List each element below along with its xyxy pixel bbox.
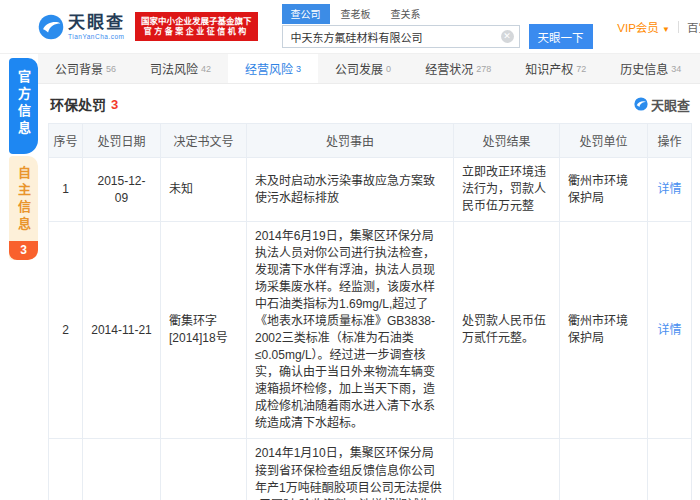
cell-result: 立即改正环境违法行为，罚款人民币伍万元整: [454, 158, 560, 222]
tab-company-development[interactable]: 公司发展0: [318, 54, 408, 83]
col-header-result: 处罚结果: [454, 124, 560, 158]
table-row: 3 2014-05-15 衢集环罚字[2014]2号 2014年1月10日，集聚…: [49, 439, 692, 500]
logo-domain: TianYanCha.com: [68, 33, 125, 40]
search-input[interactable]: [282, 25, 520, 48]
tab-operating-status[interactable]: 经营状况278: [408, 54, 508, 83]
search-input-wrap: ✕: [282, 25, 520, 48]
detail-link[interactable]: 详情: [657, 182, 681, 196]
chevron-down-icon: ▼: [662, 25, 670, 34]
watermark-text: 天眼查: [651, 95, 690, 114]
tab-judicial-risk[interactable]: 司法风险42: [133, 54, 228, 83]
cell-doc-no: 未知: [161, 158, 247, 222]
penalty-table: 序号 处罚日期 决定书文号 处罚事由 处罚结果 处罚单位 操作 1 2015-1…: [48, 123, 692, 500]
cell-unit: 衢州市环境保护局: [560, 439, 648, 500]
search-button[interactable]: 天眼一下: [529, 24, 593, 49]
search-row: ✕ 天眼一下: [282, 24, 593, 49]
gov-badge-line1: 国家中小企业发展子基金旗下: [141, 16, 252, 27]
cell-doc-no: 衢集环字[2014]18号: [161, 222, 247, 439]
section-header: 环保处罚 3 天眼查: [48, 84, 692, 123]
tab-history-info[interactable]: 历史信息34: [603, 54, 698, 83]
search-tab-boss[interactable]: 查老板: [332, 4, 380, 24]
tianyancha-logo-icon: [38, 14, 64, 40]
sidebar-tab-self-info[interactable]: 自主信息 3: [9, 156, 38, 260]
self-info-count-badge: 3: [9, 241, 38, 260]
tab-company-background[interactable]: 公司背景56: [38, 54, 133, 83]
cell-reason: 2014年6月19日，集聚区环保分局执法人员对你公司进行执法检查，发现清下水伴有…: [247, 222, 454, 439]
cell-reason: 2014年1月10日，集聚区环保分局接到省环保检查组反馈信息你公司年产1万吨硅酮…: [247, 439, 454, 500]
side-tabs: 官方信息 自主信息 3: [9, 58, 38, 260]
tianyancha-logo[interactable]: 天眼查 TianYanCha.com: [38, 14, 125, 40]
col-header-index: 序号: [49, 124, 83, 158]
cell-index: 3: [49, 439, 83, 500]
col-header-doc-no: 决定书文号: [161, 124, 247, 158]
search-area: 查公司 查老板 查关系 ✕ 天眼一下: [282, 4, 593, 49]
gov-badge-line2: 官方备案企业征信机构: [141, 27, 252, 38]
section-count-badge: 3: [111, 97, 118, 112]
tianyancha-watermark-icon: [634, 97, 648, 111]
page: 天眼查 TianYanCha.com 国家中小企业发展子基金旗下 官方备案企业征…: [0, 0, 700, 500]
treasure-box-link[interactable]: 百宝: [687, 19, 700, 35]
logo-name: 天眼查: [68, 14, 125, 31]
cell-date: 2015-12-09: [83, 158, 161, 222]
vip-member-link[interactable]: VIP会员 ▼: [617, 19, 670, 35]
col-header-action: 操作: [648, 124, 692, 158]
cell-unit: 衢州市环境保护局: [560, 158, 648, 222]
cell-result: 罚款人民币伍万元整: [454, 439, 560, 500]
main-content: 环保处罚 3 天眼查 序号 处罚日期 决定书文号 处罚事由: [48, 84, 692, 500]
sidebar-tab-official-info[interactable]: 官方信息: [9, 58, 38, 154]
col-header-unit: 处罚单位: [560, 124, 648, 158]
cell-index: 1: [49, 158, 83, 222]
table-row: 2 2014-11-21 衢集环字[2014]18号 2014年6月19日，集聚…: [49, 222, 692, 439]
col-header-date: 处罚日期: [83, 124, 161, 158]
cell-reason: 未及时启动水污染事故应急方案致使污水超标排放: [247, 158, 454, 222]
gov-certification-badge: 国家中小企业发展子基金旗下 官方备案企业征信机构: [135, 12, 258, 41]
watermark: 天眼查: [634, 95, 690, 114]
detail-link[interactable]: 详情: [657, 323, 681, 337]
col-header-reason: 处罚事由: [247, 124, 454, 158]
company-nav-tabs: 公司背景56 司法风险42 经营风险3 公司发展0 经营状况278 知识产权72…: [38, 54, 700, 84]
top-header: 天眼查 TianYanCha.com 国家中小企业发展子基金旗下 官方备案企业征…: [0, 0, 700, 54]
cell-unit: 衢州市环境保护局: [560, 222, 648, 439]
tab-operating-risk[interactable]: 经营风险3: [228, 54, 318, 83]
cell-index: 2: [49, 222, 83, 439]
divider: [678, 21, 679, 33]
cell-result: 处罚款人民币伍万贰仟元整。: [454, 222, 560, 439]
clear-icon[interactable]: ✕: [501, 30, 514, 43]
search-tabs: 查公司 查老板 查关系: [282, 4, 593, 24]
cell-doc-no: 衢集环罚字[2014]2号: [161, 439, 247, 500]
cell-date: 2014-05-15: [83, 439, 161, 500]
tab-intellectual-property[interactable]: 知识产权72: [508, 54, 603, 83]
search-tab-company[interactable]: 查公司: [282, 4, 330, 24]
table-row: 1 2015-12-09 未知 未及时启动水污染事故应急方案致使污水超标排放 立…: [49, 158, 692, 222]
section-title: 环保处罚: [50, 94, 106, 114]
logo-text: 天眼查 TianYanCha.com: [68, 14, 125, 40]
search-tab-relation[interactable]: 查关系: [382, 4, 430, 24]
cell-date: 2014-11-21: [83, 222, 161, 439]
top-right-links: VIP会员 ▼ 百宝: [617, 19, 700, 35]
table-header-row: 序号 处罚日期 决定书文号 处罚事由 处罚结果 处罚单位 操作: [49, 124, 692, 158]
